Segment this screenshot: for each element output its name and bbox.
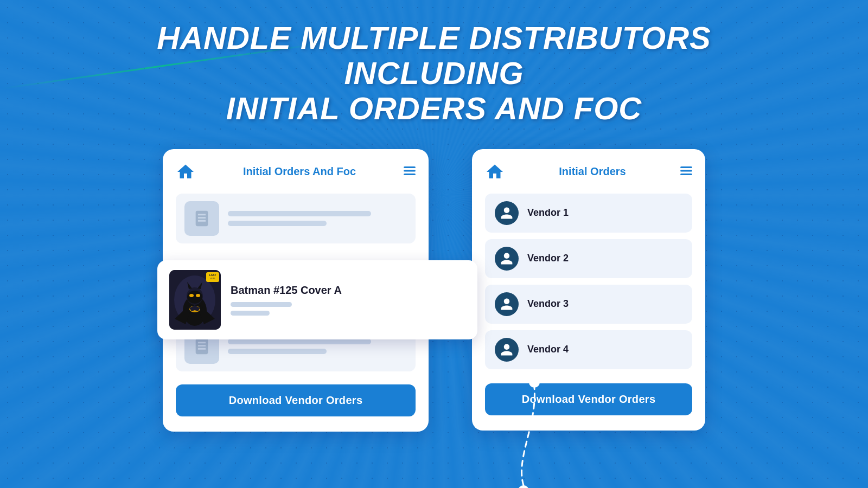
vendor-name-2: Vendor 2 [527, 253, 569, 264]
batman-info: Batman #125 Cover A [231, 284, 342, 316]
left-download-btn[interactable]: Download Vendor Orders [176, 384, 416, 416]
vendor-icon-2 [495, 247, 519, 271]
vendor-row-3[interactable]: Vendor 3 [485, 285, 692, 324]
batman-line-2 [231, 311, 270, 316]
batman-title: Batman #125 Cover A [231, 284, 342, 297]
vendor-name-4: Vendor 4 [527, 344, 569, 355]
vendor-name-3: Vendor 3 [527, 298, 569, 310]
svg-rect-22 [680, 170, 692, 172]
book-icon-2 [193, 337, 211, 356]
main-headline: Handle Multiple Distributors Including I… [81, 21, 787, 126]
batman-artwork: LAST #125 [169, 270, 221, 330]
svg-point-20 [529, 377, 540, 388]
menu-icon-left[interactable] [404, 165, 416, 178]
comic-row-1 [176, 194, 416, 243]
home-icon-right [485, 162, 505, 182]
svg-point-11 [187, 291, 202, 304]
vendor-icon-4 [495, 338, 519, 362]
panels-container: Initial Orders And Foc [163, 149, 705, 432]
batman-lines [231, 302, 342, 316]
comic-lines-1 [228, 211, 407, 226]
left-panel: Initial Orders And Foc [163, 149, 429, 432]
batman-image: LAST #125 [169, 270, 221, 330]
vendor-row-2[interactable]: Vendor 2 [485, 239, 692, 278]
svg-text:#125: #125 [210, 277, 216, 280]
svg-point-12 [189, 294, 194, 297]
vendor-list: Vendor 1 Vendor 2 [485, 194, 692, 369]
headline-line2: Initial Orders And FOC [226, 91, 642, 126]
person-icon-4 [500, 343, 514, 357]
vendor-name-1: Vendor 1 [527, 207, 569, 219]
svg-text:LAST: LAST [209, 273, 216, 277]
comic-line-1a [228, 211, 371, 216]
svg-point-13 [196, 294, 200, 297]
batman-card: LAST #125 Batman #125 Cover A [157, 260, 477, 339]
right-panel-header: Initial Orders [485, 162, 692, 182]
book-icon-1 [193, 209, 211, 228]
person-icon-3 [500, 297, 514, 311]
left-panel-header: Initial Orders And Foc [176, 162, 416, 182]
comic-line-2b [228, 349, 327, 354]
svg-rect-23 [680, 174, 692, 175]
svg-rect-1 [404, 170, 416, 172]
headline-line1: Handle Multiple Distributors Including [157, 20, 711, 91]
person-icon-2 [500, 252, 514, 266]
menu-icon-right[interactable] [680, 165, 692, 178]
svg-rect-0 [404, 166, 416, 168]
vendor-icon-1 [495, 201, 519, 225]
svg-rect-2 [404, 174, 416, 175]
comic-line-2a [228, 339, 371, 344]
home-icon [176, 162, 195, 182]
svg-rect-21 [680, 166, 692, 168]
right-panel-title: Initial Orders [511, 165, 674, 178]
comic-line-1b [228, 221, 327, 226]
batman-line-1 [231, 302, 292, 307]
left-panel-title: Initial Orders And Foc [202, 165, 397, 178]
comic-lines-2 [228, 339, 407, 354]
comic-thumb-1 [184, 201, 219, 236]
vendor-icon-3 [495, 292, 519, 316]
person-icon-1 [500, 206, 514, 220]
vendor-row-1[interactable]: Vendor 1 [485, 194, 692, 233]
main-content: Handle Multiple Distributors Including I… [0, 0, 868, 432]
connector-arrow [429, 361, 629, 488]
